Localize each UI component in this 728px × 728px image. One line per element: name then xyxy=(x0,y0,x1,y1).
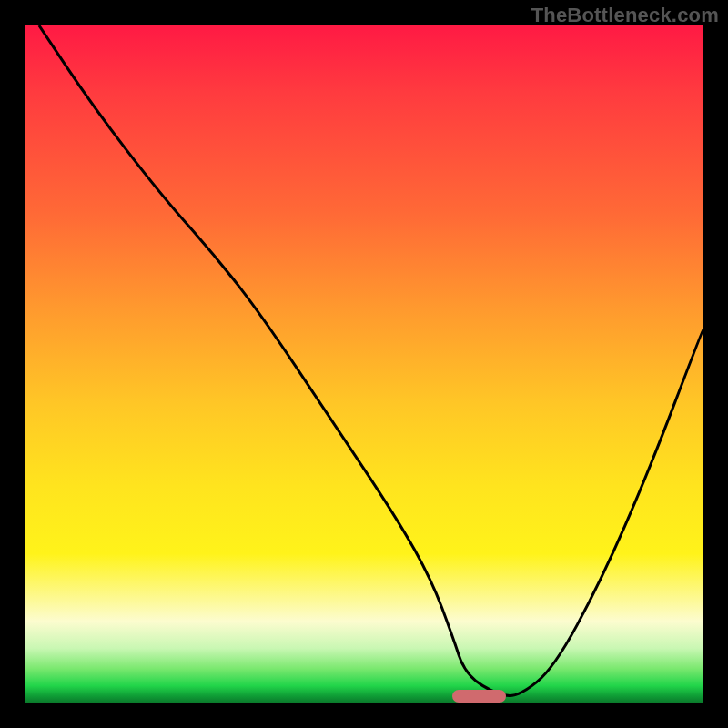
chart-frame: TheBottleneck.com xyxy=(0,0,728,728)
plot-area xyxy=(25,25,703,703)
optimal-range-marker xyxy=(452,690,507,703)
curve-path xyxy=(39,25,703,696)
bottleneck-curve xyxy=(25,25,703,703)
watermark-text: TheBottleneck.com xyxy=(531,4,719,27)
